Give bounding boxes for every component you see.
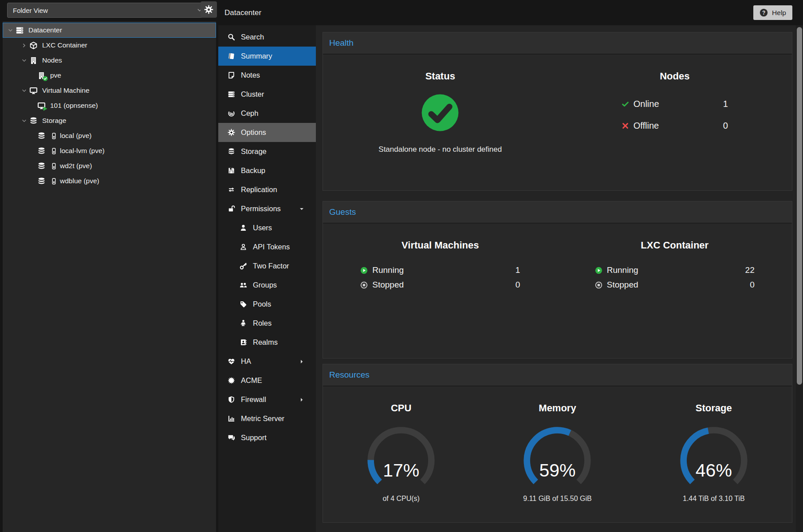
tree-item-nodes[interactable]: Nodes (3, 53, 216, 68)
ceph-icon (228, 110, 235, 117)
nav-item-label: Two Factor (253, 262, 289, 270)
tree-item-local-lvm-pve[interactable]: local-lvm (pve) (3, 143, 216, 158)
tree-settings-button[interactable] (201, 1, 217, 18)
main-content: Health Status Standalone node - no clust… (316, 25, 796, 532)
tree-item-virtual-machine[interactable]: Virtual Machine (3, 83, 216, 98)
nav-item-replication[interactable]: Replication (218, 180, 316, 199)
book-icon (228, 52, 235, 60)
unlock-icon (228, 205, 235, 213)
search-icon (228, 33, 235, 41)
replication-icon (228, 186, 235, 193)
question-circle-icon: ? (760, 8, 768, 17)
nav-item-users[interactable]: Users (218, 218, 316, 237)
drive-icon (51, 163, 57, 169)
nav-item-summary[interactable]: Summary (218, 47, 316, 66)
desktop-icon (29, 87, 38, 95)
tree-item-label: wdblue (pve) (60, 177, 99, 185)
desktop-icon (37, 102, 46, 110)
nav-item-label: Realms (253, 338, 278, 347)
node-status-label: Online (634, 99, 659, 109)
guest-row-stopped: Stopped0 (360, 280, 520, 290)
nav-item-firewall[interactable]: Firewall (218, 390, 316, 409)
tree-item-storage[interactable]: Storage (3, 113, 216, 128)
node-status-value: 0 (723, 121, 728, 131)
tree-item-datacenter[interactable]: Datacenter (3, 23, 216, 38)
tree-item-wdblue-pve[interactable]: wdblue (pve) (3, 173, 216, 189)
tree-item-lxc-container[interactable]: LXC Container (3, 38, 216, 53)
ceph-icon (228, 110, 235, 117)
nav-item-search[interactable]: Search (218, 28, 316, 47)
database-icon (29, 117, 38, 125)
folder-view-select[interactable]: Folder View (7, 3, 209, 18)
nav-item-options[interactable]: Options (218, 123, 316, 142)
nav-item-backup[interactable]: Backup (218, 161, 316, 180)
floppy-icon (228, 167, 235, 174)
nav-item-cluster[interactable]: Cluster (218, 85, 316, 104)
database-icon (228, 148, 235, 155)
tree-item-wd2t-pve[interactable]: wd2t (pve) (3, 158, 216, 173)
nav-item-label: ACME (241, 376, 262, 385)
nav-item-metric-server[interactable]: Metric Server (218, 409, 316, 428)
gauge-arc: 59% (518, 426, 596, 488)
database-icon (37, 162, 46, 170)
users-icon (240, 281, 247, 289)
users-icon (240, 281, 247, 289)
nav-item-pools[interactable]: Pools (218, 295, 316, 314)
caret-right-icon (299, 359, 304, 364)
drive-icon (51, 163, 57, 169)
nav-item-support[interactable]: Support (218, 428, 316, 447)
guests-panel: Guests Virtual MachinesRunning1Stopped0L… (323, 201, 792, 359)
cluster-icon (228, 91, 235, 98)
gauge-detail: 1.44 TiB of 3.10 TiB (683, 495, 745, 503)
nav-item-realms[interactable]: Realms (218, 333, 316, 352)
resources-panel-body: CPU17%of 4 CPU(s)Memory59%9.11 GiB of 15… (323, 386, 792, 503)
vertical-scrollbar[interactable] (796, 25, 803, 532)
user-o-icon (240, 243, 247, 251)
comments-icon (228, 434, 235, 441)
drive-icon (51, 133, 57, 139)
nav-item-roles[interactable]: Roles (218, 314, 316, 333)
nav-item-groups[interactable]: Groups (218, 276, 316, 295)
gear-icon (228, 129, 235, 136)
check-icon (622, 100, 629, 108)
chevron-down-icon (21, 58, 27, 63)
stop-circle-icon (595, 281, 602, 289)
nav-item-api-tokens[interactable]: API Tokens (218, 237, 316, 256)
nav-item-ha[interactable]: HA (218, 352, 316, 371)
guest-row-running: Running22 (595, 265, 755, 275)
chart-icon (228, 415, 235, 422)
chevron-down-icon (8, 28, 13, 33)
nav-item-two-factor[interactable]: Two Factor (218, 256, 316, 276)
help-button[interactable]: ? Help (753, 5, 792, 20)
heartbeat-icon (228, 358, 235, 365)
nav-item-storage[interactable]: Storage (218, 142, 316, 161)
caret-down-icon (299, 206, 304, 212)
gauge-memory: Memory59%9.11 GiB of 15.50 GiB (479, 386, 635, 503)
nav-item-notes[interactable]: Notes (218, 66, 316, 85)
server-icon (16, 26, 24, 35)
gauge-percent: 17% (362, 460, 440, 481)
gauge-percent: 59% (518, 460, 596, 481)
nav-item-label: Replication (241, 185, 277, 194)
proxmox-datacenter-app: Folder View DatacenterLXC ContainerNodes… (0, 0, 803, 532)
heartbeat-icon (228, 358, 235, 365)
tree-item-local-pve[interactable]: local (pve) (3, 128, 216, 143)
nav-item-label: Support (241, 433, 267, 442)
tree-item-pve[interactable]: pve (3, 68, 216, 83)
scrollbar-thumb[interactable] (797, 27, 802, 385)
tree-item-101-opnsense[interactable]: 101 (opnsense) (3, 98, 216, 113)
guests-column-virtual-machines: Virtual MachinesRunning1Stopped0 (323, 224, 558, 290)
tree-item-label: Datacenter (28, 26, 62, 34)
nav-item-acme[interactable]: ACME (218, 371, 316, 390)
tree-item-label: wd2t (pve) (60, 162, 92, 170)
nav-item-ceph[interactable]: Ceph (218, 104, 316, 123)
node-status-row-online: Online1 (622, 99, 728, 109)
node-status-row-offline: Offline0 (622, 121, 728, 131)
tree-item-label: 101 (opnsense) (50, 102, 98, 110)
gauge-detail: of 4 CPU(s) (382, 495, 420, 503)
user-icon (240, 224, 247, 232)
caret-down-icon (299, 206, 304, 212)
database-icon (37, 132, 46, 140)
nav-item-permissions[interactable]: Permissions (218, 199, 316, 218)
gear-icon (228, 129, 235, 136)
